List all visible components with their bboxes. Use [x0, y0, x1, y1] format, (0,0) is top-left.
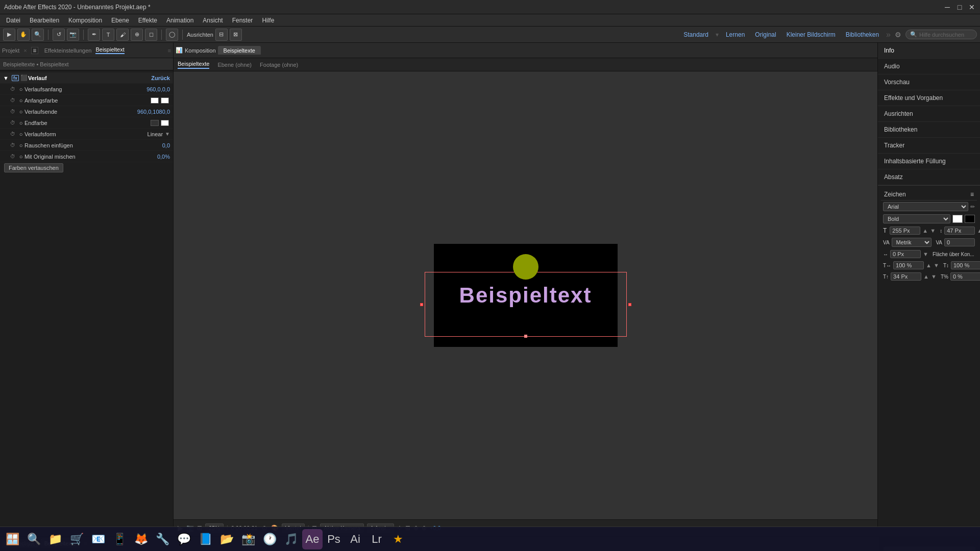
bibliotheken-label[interactable]: Bibliotheken [843, 30, 882, 39]
baseline-down[interactable]: ▼ [931, 273, 937, 280]
right-panel-audio[interactable]: Audio [878, 59, 980, 74]
endfarbe-swatch2[interactable] [161, 120, 169, 126]
font-select[interactable]: Arial [883, 202, 968, 211]
close-button[interactable]: ✕ [968, 3, 976, 11]
subtab-ebene[interactable]: Ebene (ohne) [217, 62, 252, 68]
scale-h-input[interactable] [893, 261, 924, 269]
scale-h-down[interactable]: ▼ [934, 262, 939, 268]
search-box[interactable]: 🔍 Hilfe durchsuchen [905, 30, 977, 39]
mischen-value[interactable]: 0,0% [129, 154, 170, 160]
stopwatch-icon-7[interactable]: ⏱ [10, 154, 15, 159]
baseline-input[interactable] [891, 272, 921, 281]
taskbar-mail-icon[interactable]: 📧 [88, 529, 108, 549]
verlaufsform-dropdown[interactable]: ▼ [165, 131, 170, 137]
menu-datei[interactable]: Datei [2, 16, 24, 25]
taskbar-media-icon[interactable]: 🎵 [281, 529, 301, 549]
tool-text[interactable]: T [102, 29, 114, 41]
right-panel-ausrichten[interactable]: Ausrichten [878, 106, 980, 122]
right-panel-inhaltsbasiert[interactable]: Inhaltsbasierte Füllung [878, 154, 980, 169]
tool-shape[interactable]: ◯ [166, 29, 178, 41]
font-size-down[interactable]: ▼ [930, 228, 936, 234]
text-color-swatch[interactable] [952, 215, 963, 223]
kerning-input[interactable] [944, 238, 975, 246]
lernen-label[interactable]: Lernen [723, 30, 748, 39]
taskbar-messenger-icon[interactable]: 💬 [174, 529, 194, 549]
tool-camera[interactable]: 📷 [67, 29, 79, 41]
font-size-up[interactable]: ▲ [922, 228, 928, 234]
taskbar-explorer-icon[interactable]: 📁 [45, 529, 65, 549]
subtab-footage[interactable]: Footage (ohne) [260, 62, 298, 68]
taskbar-firefox-icon[interactable]: 🦊 [131, 529, 151, 549]
scale-v-input[interactable] [951, 261, 980, 269]
menu-hilfe[interactable]: Hilfe [258, 16, 278, 25]
tool-brush[interactable]: 🖌 [116, 29, 129, 41]
verlaufsanfang-value[interactable]: 960,0,0,0 [129, 86, 170, 92]
subtab-active[interactable]: Beispieltexte [178, 61, 209, 69]
metric-select[interactable]: Metrik [892, 238, 932, 247]
tool-select[interactable]: ▶ [3, 29, 15, 41]
tool-hand[interactable]: ✋ [17, 29, 30, 41]
toolbar-icon-settings[interactable]: ⚙ [895, 31, 901, 39]
panel-close-btn[interactable]: ≡ [168, 47, 171, 54]
verlauf-expand[interactable]: ▼ [3, 75, 9, 81]
right-panel-info[interactable]: Info [878, 43, 980, 59]
tool-eraser[interactable]: ◻ [145, 29, 157, 41]
tool-pen[interactable]: ✒ [88, 29, 100, 41]
tool-rotate[interactable]: ↺ [53, 29, 65, 41]
baseline-up[interactable]: ▲ [923, 273, 929, 280]
anfangsfarbe-swatch1[interactable] [151, 97, 159, 104]
taskbar-lr-icon[interactable]: Lr [366, 529, 387, 549]
style-select[interactable]: Bold [883, 214, 950, 223]
leading-up[interactable]: ▲ [977, 228, 980, 234]
stopwatch-icon-1[interactable]: ⏱ [10, 86, 15, 92]
maximize-button[interactable]: □ [955, 3, 964, 11]
taskbar-tool-icon[interactable]: 🔧 [152, 529, 173, 549]
verlaufsende-value[interactable]: 960,0,1080,0 [129, 109, 170, 115]
comp-tab-beispieltexte[interactable]: Beispieltexte [218, 46, 261, 55]
farben-vertauschen-button[interactable]: Farben vertauschen [4, 163, 63, 172]
taskbar-clock-icon[interactable]: 🕐 [259, 529, 280, 549]
taskbar-ps-icon[interactable]: Ps [324, 529, 344, 549]
align-right[interactable]: ⊠ [230, 29, 242, 41]
menu-fenster[interactable]: Fenster [228, 16, 257, 25]
font-size-input[interactable] [890, 227, 920, 235]
taskbar-camera-icon[interactable]: 📸 [238, 529, 258, 549]
right-panel-effekte[interactable]: Effekte und Vorgaben [878, 90, 980, 106]
right-panel-vorschau[interactable]: Vorschau [878, 74, 980, 90]
stopwatch-icon-2[interactable]: ⏱ [10, 97, 15, 103]
stopwatch-icon-5[interactable]: ⏱ [10, 131, 15, 137]
tool-clone[interactable]: ⊕ [131, 29, 143, 41]
zuruck-label[interactable]: Zurück [151, 75, 170, 81]
taskbar-store-icon[interactable]: 🛒 [66, 529, 87, 549]
endfarbe-swatch1[interactable] [151, 120, 159, 126]
taskbar-facebook-icon[interactable]: 📘 [195, 529, 215, 549]
kleiner-bildschirm-label[interactable]: Kleiner Bildschirm [783, 30, 839, 39]
taskbar-whatsapp-icon[interactable]: 📱 [109, 529, 130, 549]
taskbar-ai-icon[interactable]: Ai [345, 529, 365, 549]
stopwatch-icon-3[interactable]: ⏱ [10, 109, 15, 114]
original-label[interactable]: Original [752, 30, 779, 39]
right-panel-tracker[interactable]: Tracker [878, 138, 980, 154]
taskbar-ae-icon[interactable]: Ae [302, 529, 323, 549]
rauschen-value[interactable]: 0,0 [129, 142, 170, 148]
anfangsfarbe-swatch2[interactable] [161, 97, 169, 104]
stopwatch-icon-4[interactable]: ⏱ [10, 120, 15, 126]
scale-h-up[interactable]: ▲ [926, 262, 932, 268]
handle-bottom[interactable] [524, 335, 527, 338]
menu-effekte[interactable]: Effekte [134, 16, 161, 25]
right-panel-absatz[interactable]: Absatz [878, 169, 980, 185]
minimize-button[interactable]: ─ [943, 3, 951, 11]
taskbar-windows-icon[interactable]: 🪟 [2, 529, 22, 549]
stopwatch-icon-6[interactable]: ⏱ [10, 142, 15, 148]
taskbar-cc-icon[interactable]: ★ [388, 529, 408, 549]
taskbar-folder-icon[interactable]: 📂 [216, 529, 237, 549]
beispieltext-tab[interactable]: Beispieltext [95, 46, 124, 54]
tracking-dropdown[interactable]: ▼ [923, 251, 928, 257]
taskbar-search-icon[interactable]: 🔍 [23, 529, 44, 549]
handle-left[interactable] [420, 303, 423, 306]
font-edit-icon[interactable]: ✏ [970, 204, 975, 210]
right-panel-bibliotheken[interactable]: Bibliotheken [878, 122, 980, 138]
effekteinstellungen-tab[interactable]: Effekteinstellungen [44, 47, 92, 54]
menu-animation[interactable]: Animation [162, 16, 198, 25]
leading-input[interactable] [944, 227, 975, 235]
